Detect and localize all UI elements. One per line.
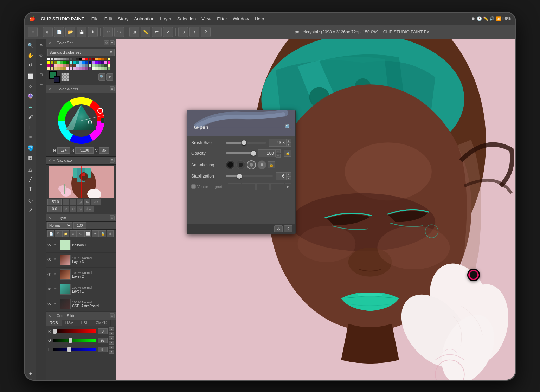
cr4c17[interactable] [98, 67, 101, 70]
cr3c3[interactable] [54, 64, 57, 67]
tool-gradient[interactable]: ▦ [26, 153, 35, 162]
cs-tab-cmyk[interactable]: CMYK [92, 320, 111, 326]
sub-tool-1[interactable]: ⊕ [37, 41, 46, 50]
b-value[interactable]: 83 [98, 347, 108, 352]
nav-zoom-out-btn[interactable]: − [63, 199, 69, 205]
layer-close[interactable]: ✕ [48, 216, 51, 220]
brush-size-down[interactable]: ▼ [286, 143, 291, 147]
g-up[interactable]: ▲ [109, 336, 114, 340]
menu-view[interactable]: View [201, 16, 211, 21]
cr4c13[interactable] [85, 67, 88, 70]
layer-eye-2[interactable]: 👁 [47, 272, 52, 277]
cr4c4[interactable] [57, 67, 60, 70]
sub-tool-2[interactable]: ◎ [37, 51, 46, 60]
g-value[interactable]: 92 [98, 338, 108, 343]
color-set-close[interactable]: ✕ [48, 41, 51, 45]
cc10[interactable] [79, 58, 82, 60]
tool-figure[interactable]: △ [26, 165, 35, 174]
vm-expand-btn[interactable]: ▶ [285, 183, 291, 190]
dialog-search-icon[interactable]: 🔍 [285, 124, 292, 130]
menu-layer[interactable]: Layer [160, 16, 172, 21]
stab-down[interactable]: ▼ [286, 176, 291, 180]
tool-erase[interactable]: ◻ [26, 122, 35, 131]
cr3c15[interactable] [92, 64, 95, 67]
r-slider[interactable] [53, 329, 96, 333]
cr4c10[interactable] [76, 67, 79, 70]
s-value[interactable]: 5.100 [75, 147, 94, 154]
cc1[interactable] [51, 58, 53, 60]
cr2c5[interactable] [60, 61, 63, 64]
cc18[interactable] [104, 58, 107, 60]
color-white[interactable] [47, 58, 50, 60]
cr3c8[interactable] [70, 64, 72, 67]
cr3c6[interactable] [63, 64, 66, 67]
menu-animation[interactable]: Animation [134, 16, 154, 21]
tool-speech[interactable]: ◌ [26, 195, 35, 205]
brush-size-up[interactable]: ▲ [286, 139, 291, 143]
layer-merge-btn[interactable]: ⊕ [70, 230, 77, 237]
layer-item-1[interactable]: 👁 ✏ 100 % Normal Layer 1 [46, 282, 116, 297]
layer-blend-select[interactable]: Normal [47, 222, 72, 229]
cc2[interactable] [54, 58, 57, 60]
layer-eye-csp[interactable]: 👁 [47, 302, 52, 307]
cr3c12[interactable] [82, 64, 85, 67]
cr2c20[interactable] [108, 61, 110, 64]
cr4c15[interactable] [92, 67, 95, 70]
cr3c5[interactable] [60, 64, 63, 67]
cs-settings[interactable]: ⚙ [110, 313, 115, 318]
tool-fill[interactable]: 🪣 [26, 143, 35, 153]
tool-correct[interactable]: ↗ [26, 205, 35, 214]
b-slider[interactable] [53, 348, 96, 351]
layer-effects-btn[interactable]: ★ [92, 230, 99, 237]
cr2c6[interactable] [63, 61, 66, 64]
nav-rotate-left-btn[interactable]: ↺ [63, 206, 69, 212]
cr3c20[interactable] [108, 64, 110, 67]
cr3c13[interactable] [85, 64, 88, 67]
layer-opacity-input[interactable] [73, 222, 86, 229]
toolbar-arrow-btn[interactable]: ↕ [189, 27, 199, 37]
cr4c18[interactable] [101, 67, 104, 70]
cr2c9[interactable] [73, 61, 76, 64]
cr2c16[interactable] [95, 61, 98, 64]
background-color[interactable] [54, 76, 60, 83]
cr4c5[interactable] [60, 67, 63, 70]
toolbar-toggle-btn[interactable]: ≡ [28, 27, 38, 37]
menu-edit[interactable]: Edit [104, 16, 112, 21]
cc7[interactable] [70, 58, 72, 60]
color-wheel-minus[interactable]: − [53, 87, 55, 91]
tool-hand[interactable]: ✋ [26, 51, 35, 60]
layer-new-btn[interactable]: 📄 [47, 230, 54, 237]
tool-select[interactable]: ⬜ [26, 72, 35, 81]
layer-delete-btn[interactable]: 🗑 [107, 230, 114, 237]
cr3c2[interactable] [51, 64, 53, 67]
nav-transform-btn[interactable]: ⤢↕ [91, 199, 101, 205]
aa-option-2[interactable] [236, 160, 245, 169]
nav-minus[interactable]: − [53, 159, 55, 162]
aa-option-4[interactable] [257, 160, 266, 169]
color-wheel-close[interactable]: ✕ [48, 87, 51, 91]
layer-lock-btn[interactable]: 🔒 [99, 230, 106, 237]
color-search-btn[interactable]: 🔍 [98, 73, 105, 81]
nav-close[interactable]: ✕ [48, 159, 51, 162]
tool-brush[interactable]: 🖌 [26, 113, 35, 122]
sub-tool-3[interactable]: ✒ [37, 60, 46, 70]
toolbar-undo-btn[interactable]: ↩ [103, 27, 113, 37]
opacity-down[interactable]: ▼ [276, 154, 281, 158]
menu-file[interactable]: File [91, 16, 99, 21]
nav-mirror-btn[interactable]: ⇕↔ [84, 206, 94, 212]
cr4c2[interactable] [51, 67, 53, 70]
menu-story[interactable]: Story [118, 16, 128, 21]
toolbar-help-btn[interactable]: ? [201, 27, 211, 37]
tool-pen[interactable]: ✒ [26, 103, 35, 112]
cr2c19[interactable] [104, 61, 107, 64]
sub-tool-4[interactable]: ⊡ [37, 70, 46, 79]
menu-selection[interactable]: Selection [177, 16, 196, 21]
cr2c12[interactable] [82, 61, 85, 64]
nav-reset-btn[interactable]: ⊙ [77, 206, 83, 212]
cr4c16[interactable] [95, 67, 98, 70]
tool-blur[interactable]: ≈ [26, 132, 35, 141]
toolbar-grid-btn[interactable]: ⊞ [129, 27, 139, 37]
cr4c9[interactable] [73, 67, 76, 70]
nav-angle-value[interactable]: 0.0 [47, 206, 62, 212]
cr4c1[interactable] [47, 67, 50, 70]
